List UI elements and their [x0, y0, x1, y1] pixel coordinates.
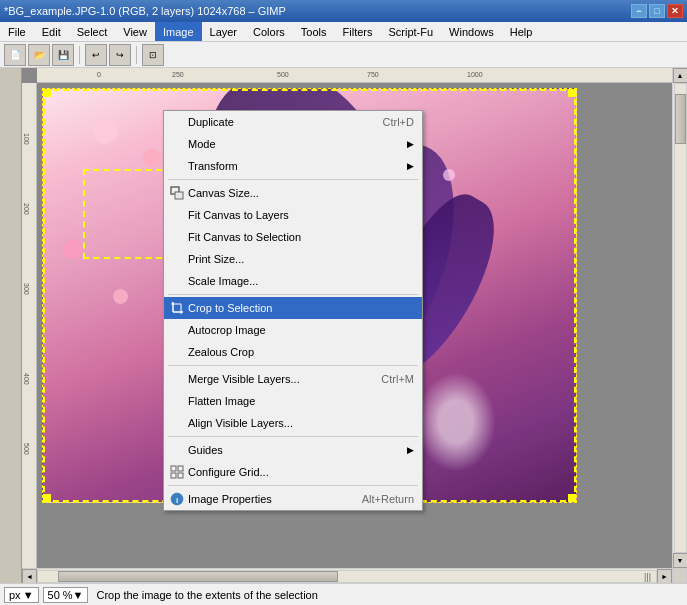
separator-2 [168, 294, 418, 295]
menu-item-fit-canvas-selection[interactable]: Fit Canvas to Selection [164, 226, 422, 248]
corner-tr [568, 89, 576, 97]
separator-1 [168, 179, 418, 180]
right-scrollbar: ▲ ▼ [672, 68, 687, 568]
toolbar-zoom-fit[interactable]: ⊡ [142, 44, 164, 66]
menu-item-transform[interactable]: Transform ▶ [164, 155, 422, 177]
menu-filters[interactable]: Filters [335, 22, 381, 41]
guides-arrow: ▶ [407, 445, 414, 455]
menu-item-crop-selection[interactable]: Crop to Selection [164, 297, 422, 319]
maximize-button[interactable]: □ [649, 4, 665, 18]
menu-item-guides[interactable]: Guides ▶ [164, 439, 422, 461]
menu-select[interactable]: Select [69, 22, 116, 41]
svg-rect-8 [171, 473, 176, 478]
svg-rect-1 [175, 192, 183, 199]
guides-label: Guides [188, 444, 223, 456]
merge-layers-label: Merge Visible Layers... [188, 373, 300, 385]
status-message: Crop the image to the extents of the sel… [92, 589, 683, 601]
scale-image-label: Scale Image... [188, 275, 258, 287]
scroll-right-arrow[interactable]: ► [657, 569, 672, 584]
menu-view[interactable]: View [115, 22, 155, 41]
face-area [416, 372, 496, 472]
svg-rect-6 [171, 466, 176, 471]
minimize-button[interactable]: − [631, 4, 647, 18]
menu-item-scale-image[interactable]: Scale Image... [164, 270, 422, 292]
menu-item-flatten[interactable]: Flatten Image [164, 390, 422, 412]
image-properties-label: Image Properties [188, 493, 272, 505]
transform-arrow: ▶ [407, 161, 414, 171]
mode-label: Mode [188, 138, 216, 150]
menu-bar: File Edit Select View Image Layer Colors… [0, 22, 687, 42]
duplicate-shortcut: Ctrl+D [363, 116, 414, 128]
menu-image[interactable]: Image [155, 22, 202, 41]
menu-item-image-properties[interactable]: i Image Properties Alt+Return [164, 488, 422, 510]
scroll-corner [672, 568, 687, 583]
menu-item-duplicate[interactable]: Duplicate Ctrl+D [164, 111, 422, 133]
menu-item-zealous-crop[interactable]: Zealous Crop [164, 341, 422, 363]
scroll-v-track [674, 83, 687, 553]
svg-rect-9 [178, 473, 183, 478]
menu-item-canvas-size[interactable]: Canvas Size... [164, 182, 422, 204]
menu-item-configure-grid[interactable]: Configure Grid... [164, 461, 422, 483]
image-properties-shortcut: Alt+Return [342, 493, 414, 505]
zoom-arrow: ▼ [73, 589, 84, 601]
scroll-v-thumb[interactable] [675, 94, 686, 144]
zealous-crop-label: Zealous Crop [188, 346, 254, 358]
separator-3 [168, 365, 418, 366]
menu-colors[interactable]: Colors [245, 22, 293, 41]
zoom-selector[interactable]: 50 % ▼ [43, 587, 89, 603]
merge-layers-shortcut: Ctrl+M [361, 373, 414, 385]
fit-canvas-selection-label: Fit Canvas to Selection [188, 231, 301, 243]
toolbar-separator-2 [136, 46, 137, 64]
duplicate-label: Duplicate [188, 116, 234, 128]
corner-bl [43, 494, 51, 502]
corner-br [568, 494, 576, 502]
unit-selector[interactable]: px ▼ [4, 587, 39, 603]
autocrop-label: Autocrop Image [188, 324, 266, 336]
menu-layer[interactable]: Layer [202, 22, 246, 41]
transform-label: Transform [188, 160, 238, 172]
separator-5 [168, 485, 418, 486]
close-button[interactable]: ✕ [667, 4, 683, 18]
canvas-size-icon [168, 186, 186, 200]
top-ruler: 0 250 500 750 1000 [37, 68, 672, 83]
menu-item-print-size[interactable]: Print Size... [164, 248, 422, 270]
info-icon: i [168, 492, 186, 506]
unit-value: px [9, 589, 21, 601]
crop-selection-label: Crop to Selection [188, 302, 272, 314]
toolbar-redo[interactable]: ↪ [109, 44, 131, 66]
canvas-size-label: Canvas Size... [188, 187, 259, 199]
menu-help[interactable]: Help [502, 22, 541, 41]
align-layers-label: Align Visible Layers... [188, 417, 293, 429]
bottom-scrollbar: ◄ ||| ► [22, 568, 672, 583]
image-menu-dropdown: Duplicate Ctrl+D Mode ▶ Transform ▶ Canv… [163, 110, 423, 511]
scroll-h-track: ||| [37, 570, 657, 583]
menu-item-mode[interactable]: Mode ▶ [164, 133, 422, 155]
menu-item-fit-canvas-layers[interactable]: Fit Canvas to Layers [164, 204, 422, 226]
menu-file[interactable]: File [0, 22, 34, 41]
menu-item-merge-layers[interactable]: Merge Visible Layers... Ctrl+M [164, 368, 422, 390]
scroll-label: ||| [644, 572, 651, 582]
scroll-down-arrow[interactable]: ▼ [673, 553, 688, 568]
toolbar-save[interactable]: 💾 [52, 44, 74, 66]
toolbar-separator-1 [79, 46, 80, 64]
title-bar-buttons: − □ ✕ [631, 4, 683, 18]
scroll-up-arrow[interactable]: ▲ [673, 68, 688, 83]
status-bar: px ▼ 50 % ▼ Crop the image to the extent… [0, 583, 687, 605]
menu-item-align-layers[interactable]: Align Visible Layers... [164, 412, 422, 434]
scroll-h-thumb[interactable] [58, 571, 338, 582]
scroll-left-arrow[interactable]: ◄ [22, 569, 37, 584]
menu-windows[interactable]: Windows [441, 22, 502, 41]
svg-text:i: i [176, 496, 178, 505]
toolbar-new[interactable]: 📄 [4, 44, 26, 66]
corner-tl [43, 89, 51, 97]
menu-scriptfu[interactable]: Script-Fu [380, 22, 441, 41]
menu-edit[interactable]: Edit [34, 22, 69, 41]
print-size-label: Print Size... [188, 253, 244, 265]
toolbar-undo[interactable]: ↩ [85, 44, 107, 66]
fit-canvas-layers-label: Fit Canvas to Layers [188, 209, 289, 221]
configure-grid-label: Configure Grid... [188, 466, 269, 478]
menu-item-autocrop[interactable]: Autocrop Image [164, 319, 422, 341]
toolbar-open[interactable]: 📂 [28, 44, 50, 66]
menu-tools[interactable]: Tools [293, 22, 335, 41]
crop-icon [168, 301, 186, 315]
